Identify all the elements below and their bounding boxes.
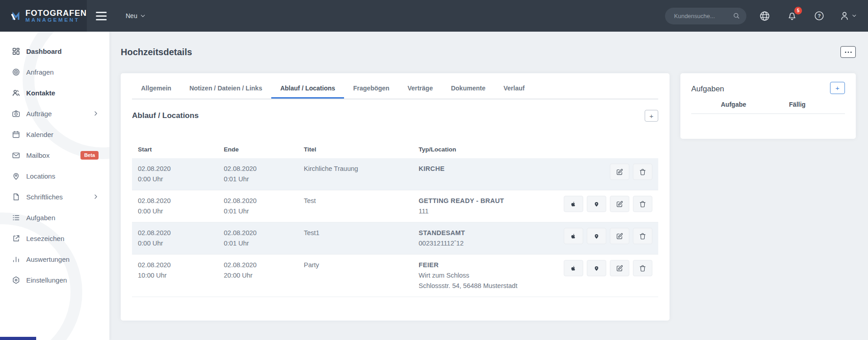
detail-tabs: Allgemein Notizen / Dateien / Links Abla… bbox=[132, 73, 658, 99]
sidebar-item-dashboard[interactable]: Dashboard bbox=[0, 41, 109, 61]
sidebar-item-label: Anfragen bbox=[26, 68, 54, 76]
tab-ablauf-locations[interactable]: Ablauf / Locations bbox=[271, 78, 344, 99]
sidebar-item-einstellungen[interactable]: Einstellungen bbox=[0, 269, 109, 290]
edit-icon bbox=[616, 169, 623, 175]
delete-button[interactable] bbox=[633, 164, 652, 180]
sidebar-item-label: Schriftliches bbox=[26, 193, 63, 201]
gear-icon bbox=[12, 276, 20, 284]
user-icon bbox=[839, 10, 850, 21]
map-location-button[interactable] bbox=[587, 196, 606, 212]
apple-maps-button[interactable] bbox=[564, 260, 583, 276]
tasks-table-header: Aufgabe Fällig bbox=[691, 101, 845, 114]
edit-button[interactable] bbox=[610, 228, 629, 244]
help-icon[interactable]: ? bbox=[814, 10, 825, 21]
apple-icon bbox=[570, 265, 576, 272]
add-task-button[interactable]: + bbox=[830, 82, 845, 94]
edit-icon bbox=[616, 233, 623, 240]
tab-vertraege[interactable]: Verträge bbox=[398, 78, 442, 99]
document-icon bbox=[12, 193, 20, 201]
tab-allgemein[interactable]: Allgemein bbox=[132, 78, 180, 99]
add-schedule-item-button[interactable]: + bbox=[645, 110, 658, 122]
logo-m-icon bbox=[11, 7, 21, 25]
sidebar-item-lesezeichen[interactable]: Lesezeichen bbox=[0, 228, 109, 249]
external-link-icon bbox=[12, 234, 20, 243]
sidebar-item-kontakte[interactable]: Kontakte bbox=[0, 82, 109, 103]
delete-button[interactable] bbox=[633, 196, 652, 212]
sidebar-item-mailbox[interactable]: Mailbox Beta bbox=[0, 145, 109, 165]
main-content: Hochzeitsdetails Allgemein Notizen / Dat… bbox=[109, 32, 868, 340]
search-icon[interactable] bbox=[733, 12, 740, 19]
location-type: STANDESAMT bbox=[419, 228, 550, 238]
tab-verlauf[interactable]: Verlauf bbox=[495, 78, 534, 99]
table-row: 02.08.20200:00 Uhr 02.08.20200:01 Uhr Ki… bbox=[132, 158, 658, 190]
top-navbar: FOTOGRAFEN MANAGEMENT Neu bbox=[0, 0, 868, 32]
sidebar-item-label: Kalender bbox=[26, 131, 53, 138]
edit-button[interactable] bbox=[610, 260, 629, 276]
tasks-column-faellig: Fällig bbox=[776, 101, 819, 108]
target-icon bbox=[12, 68, 20, 76]
location-type: GETTING READY - BRAUT bbox=[419, 196, 550, 206]
customer-search bbox=[665, 8, 746, 24]
search-input[interactable] bbox=[674, 13, 733, 19]
sidebar-item-label: Lesezeichen bbox=[26, 235, 64, 242]
chevron-right-icon bbox=[94, 194, 98, 199]
dashboard-icon bbox=[12, 47, 20, 56]
event-title: Kirchliche Trauung bbox=[304, 165, 358, 172]
map-pin-icon bbox=[594, 233, 599, 240]
user-menu[interactable] bbox=[839, 10, 856, 21]
location-detail: Wirt zum Schloss bbox=[419, 270, 550, 281]
sidebar-item-label: Mailbox bbox=[26, 151, 50, 159]
table-row: 02.08.202010:00 Uhr 02.08.202020:00 Uhr … bbox=[132, 255, 658, 297]
trash-icon bbox=[639, 201, 646, 208]
sidebar-item-locations[interactable]: Locations bbox=[0, 165, 109, 186]
new-dropdown[interactable]: Neu bbox=[126, 12, 145, 19]
sidebar-item-label: Aufgaben bbox=[26, 214, 55, 222]
globe-icon[interactable] bbox=[759, 10, 770, 22]
tab-notizen-dateien-links[interactable]: Notizen / Dateien / Links bbox=[180, 78, 271, 99]
tasks-title: Aufgaben bbox=[691, 85, 724, 94]
table-row: 02.08.20200:00 Uhr 02.08.20200:01 Uhr Te… bbox=[132, 222, 658, 255]
edit-button[interactable] bbox=[610, 196, 629, 212]
chat-widget-edge[interactable] bbox=[0, 337, 36, 340]
trash-icon bbox=[639, 233, 646, 240]
sidebar-item-label: Aufträge bbox=[26, 110, 52, 118]
sidebar-item-kalender[interactable]: Kalender bbox=[0, 124, 109, 145]
edit-icon bbox=[616, 201, 623, 208]
brand-line1: FOTOGRAFEN bbox=[25, 9, 87, 18]
chevron-down-icon bbox=[141, 14, 145, 18]
sidebar-item-anfragen[interactable]: Anfragen bbox=[0, 61, 109, 82]
map-location-button[interactable] bbox=[587, 260, 606, 276]
sidebar: Dashboard Anfragen Kontakte bbox=[0, 32, 109, 340]
tasks-column-aufgabe: Aufgabe bbox=[691, 101, 776, 108]
menu-toggle-icon[interactable] bbox=[96, 7, 114, 25]
apple-icon bbox=[570, 201, 576, 208]
sidebar-item-label: Kontakte bbox=[26, 89, 55, 97]
sidebar-item-aufgaben[interactable]: Aufgaben bbox=[0, 207, 109, 228]
tab-frageboegen[interactable]: Fragebögen bbox=[344, 78, 398, 99]
options-menu-button[interactable] bbox=[840, 46, 856, 58]
brand-logo[interactable]: FOTOGRAFEN MANAGEMENT bbox=[0, 0, 87, 32]
map-location-button[interactable] bbox=[587, 228, 606, 244]
bar-chart-icon bbox=[12, 255, 20, 264]
location-detail: Schlossstr. 54, 56488 Musterstadt bbox=[419, 281, 550, 291]
location-type: FEIER bbox=[419, 260, 550, 270]
map-pin-icon bbox=[594, 265, 599, 272]
sidebar-item-label: Dashboard bbox=[26, 47, 61, 55]
delete-button[interactable] bbox=[633, 228, 652, 244]
apple-maps-button[interactable] bbox=[564, 196, 583, 212]
calendar-icon bbox=[12, 130, 20, 139]
sidebar-item-auftraege[interactable]: Aufträge bbox=[0, 103, 109, 124]
sidebar-item-schriftliches[interactable]: Schriftliches bbox=[0, 186, 109, 207]
edit-button[interactable] bbox=[610, 164, 629, 180]
tab-dokumente[interactable]: Dokumente bbox=[442, 78, 494, 99]
event-title: Party bbox=[304, 261, 319, 269]
table-row: 02.08.20200:00 Uhr 02.08.20200:01 Uhr Te… bbox=[132, 190, 658, 222]
list-icon bbox=[12, 213, 20, 222]
apple-maps-button[interactable] bbox=[564, 228, 583, 244]
delete-button[interactable] bbox=[633, 260, 652, 276]
event-title: Test bbox=[304, 197, 316, 204]
notifications-bell-icon[interactable]: 5 bbox=[787, 10, 797, 21]
apple-icon bbox=[570, 233, 576, 240]
location-detail: 111 bbox=[419, 206, 550, 217]
sidebar-item-auswertungen[interactable]: Auswertungen bbox=[0, 249, 109, 269]
